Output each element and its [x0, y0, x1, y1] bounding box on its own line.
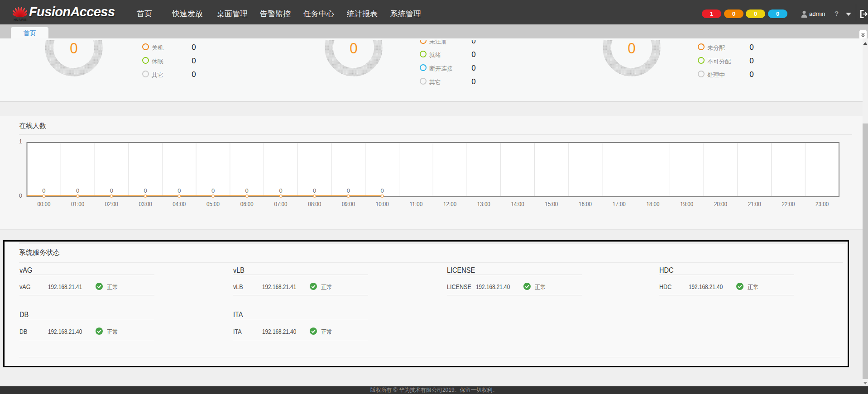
svg-text:05:00: 05:00: [206, 200, 220, 208]
svg-text:15:00: 15:00: [545, 200, 558, 208]
svg-text:0: 0: [177, 187, 181, 194]
svg-text:02:00: 02:00: [105, 200, 118, 208]
svg-text:0: 0: [381, 187, 384, 194]
svg-text:08:00: 08:00: [308, 200, 321, 208]
svg-text:1: 1: [19, 138, 22, 145]
svg-text:0: 0: [42, 187, 45, 194]
svg-text:07:00: 07:00: [274, 200, 288, 208]
svg-text:18:00: 18:00: [647, 200, 660, 208]
svg-text:12:00: 12:00: [443, 200, 456, 208]
svg-text:10:00: 10:00: [376, 200, 389, 208]
svg-text:09:00: 09:00: [342, 200, 355, 208]
svg-text:0: 0: [144, 187, 147, 194]
svg-text:19:00: 19:00: [680, 200, 693, 208]
svg-text:23:00: 23:00: [815, 200, 829, 208]
svg-text:0: 0: [76, 187, 79, 194]
svg-text:03:00: 03:00: [139, 200, 152, 208]
svg-text:0: 0: [110, 187, 113, 194]
svg-text:14:00: 14:00: [511, 200, 524, 208]
svg-text:11:00: 11:00: [409, 200, 422, 208]
svg-text:0: 0: [19, 192, 22, 199]
svg-text:06:00: 06:00: [240, 200, 254, 208]
svg-text:16:00: 16:00: [579, 200, 592, 208]
svg-text:21:00: 21:00: [748, 200, 761, 208]
svg-text:0: 0: [245, 187, 249, 194]
svg-text:17:00: 17:00: [613, 200, 626, 208]
svg-text:13:00: 13:00: [477, 200, 490, 208]
svg-text:20:00: 20:00: [714, 200, 727, 208]
svg-text:0: 0: [279, 187, 282, 194]
svg-text:01:00: 01:00: [71, 200, 84, 208]
svg-text:0: 0: [313, 187, 316, 194]
svg-text:00:00: 00:00: [37, 200, 50, 208]
svg-text:0: 0: [347, 187, 350, 194]
svg-text:04:00: 04:00: [173, 200, 186, 208]
svg-text:0: 0: [211, 187, 215, 194]
svg-text:22:00: 22:00: [782, 200, 795, 208]
